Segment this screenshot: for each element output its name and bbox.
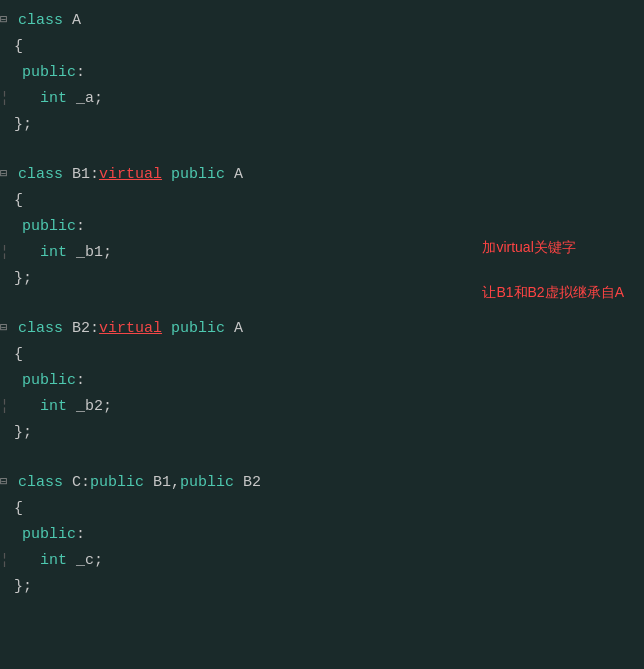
- collapse-icon-b2[interactable]: ⊟: [0, 319, 14, 338]
- spacer-1: [0, 146, 644, 162]
- brace-open-c: {: [14, 497, 23, 521]
- class-b1-header: ⊟ class B1:virtual public A: [0, 162, 644, 188]
- class-a-public: public :: [0, 60, 644, 86]
- class-b2-public: public :: [0, 368, 644, 394]
- annotation-line2: 让B1和B2虚拟继承自A: [482, 284, 624, 300]
- member-b2: _b2;: [67, 395, 112, 419]
- class-c-b2: B2: [234, 471, 261, 495]
- keyword-int-b2: int: [40, 395, 67, 419]
- collapse-icon-c[interactable]: ⊟: [0, 473, 14, 492]
- indent-bar-b2: [0, 369, 18, 393]
- class-b2-name: B2:: [63, 317, 99, 341]
- keyword-class-b2: class: [18, 317, 63, 341]
- class-c-block: ⊟ class C:public B1,public B2 { public :…: [0, 470, 644, 600]
- brace-close: };: [14, 113, 32, 137]
- class-b1-public: public : 加virtual关键字 让B1和B2虚拟继承自A: [0, 214, 644, 240]
- indent-bar-c-2: ¦: [0, 549, 36, 573]
- colon-c: :: [76, 523, 85, 547]
- class-b2-member: ¦ int _b2;: [0, 394, 644, 420]
- keyword-virtual-b2: virtual: [99, 317, 162, 341]
- class-b1-brace-open: {: [0, 188, 644, 214]
- class-b1-public-a: [162, 163, 171, 187]
- brace-close-c: };: [14, 575, 32, 599]
- class-b2-brace-close: };: [0, 420, 644, 446]
- keyword-int: int: [40, 87, 67, 111]
- keyword-public: public: [22, 61, 76, 85]
- keyword-class-c: class: [18, 471, 63, 495]
- keyword-class-b1: class: [18, 163, 63, 187]
- keyword-int-b1: int: [40, 241, 67, 265]
- class-c-header: ⊟ class C:public B1,public B2: [0, 470, 644, 496]
- class-c-b1: B1,: [144, 471, 180, 495]
- member-b1: _b1;: [67, 241, 112, 265]
- collapse-icon-b1[interactable]: ⊟: [0, 165, 14, 184]
- class-b1-name: B1:: [63, 163, 99, 187]
- class-a-brace-open: {: [0, 34, 644, 60]
- class-c-public: public :: [0, 522, 644, 548]
- keyword-public-c1: public: [90, 471, 144, 495]
- class-c-brace-close: };: [0, 574, 644, 600]
- keyword-int-c: int: [40, 549, 67, 573]
- class-c-brace-open: {: [0, 496, 644, 522]
- class-b1-parent: A: [225, 163, 243, 187]
- keyword-class: class: [18, 9, 63, 33]
- class-b1-block: ⊟ class B1:virtual public A { public : 加…: [0, 162, 644, 292]
- class-a-member: ¦ int _a;: [0, 86, 644, 112]
- collapse-icon-a[interactable]: ⊟: [0, 11, 14, 30]
- annotation-virtual: 加virtual关键字 让B1和B2虚拟继承自A: [459, 214, 624, 326]
- class-a-brace-close: };: [0, 112, 644, 138]
- brace-close-b2: };: [14, 421, 32, 445]
- indent-bar-c: [0, 523, 18, 547]
- indent-bar: [0, 61, 18, 85]
- keyword-public-b1: public: [171, 163, 225, 187]
- class-c-name: C:: [63, 471, 90, 495]
- brace-open: {: [14, 35, 23, 59]
- class-a-header: ⊟ class A: [0, 8, 644, 34]
- colon: :: [76, 61, 85, 85]
- class-b2-block: ⊟ class B2:virtual public A { public : ¦…: [0, 316, 644, 446]
- colon-b1: :: [76, 215, 85, 239]
- class-b2-parent: A: [225, 317, 243, 341]
- keyword-public-c2: public: [180, 471, 234, 495]
- spacer-3: [0, 454, 644, 470]
- indent-bar-b1-2: ¦: [0, 241, 36, 265]
- class-b2-brace-open: {: [0, 342, 644, 368]
- brace-close-b1: };: [14, 267, 32, 291]
- class-c-member: ¦ int _c;: [0, 548, 644, 574]
- keyword-public-b2: public: [171, 317, 225, 341]
- class-a-block: ⊟ class A { public : ¦ int _a; };: [0, 8, 644, 138]
- class-b2-space: [162, 317, 171, 341]
- keyword-public-b2-2: public: [22, 369, 76, 393]
- brace-open-b2: {: [14, 343, 23, 367]
- annotation-line1: 加virtual关键字: [482, 239, 575, 255]
- indent-bar-b2-2: ¦: [0, 395, 36, 419]
- member-c: _c;: [67, 549, 103, 573]
- class-b2-header: ⊟ class B2:virtual public A: [0, 316, 644, 342]
- keyword-virtual-b1: virtual: [99, 163, 162, 187]
- brace-open-b1: {: [14, 189, 23, 213]
- class-a-name: A: [63, 9, 81, 33]
- indent-bar-b1: [0, 215, 18, 239]
- colon-b2: :: [76, 369, 85, 393]
- member-a: _a;: [67, 87, 103, 111]
- indent-bar-2: ¦: [0, 87, 36, 111]
- keyword-public-b1-2: public: [22, 215, 76, 239]
- keyword-public-c3: public: [22, 523, 76, 547]
